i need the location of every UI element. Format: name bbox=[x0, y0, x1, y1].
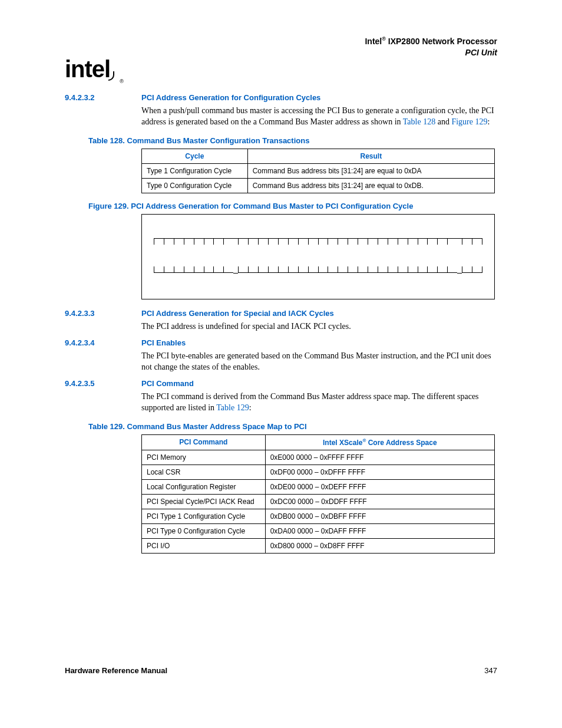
body-paragraph: When a push/pull command bus master is a… bbox=[141, 106, 497, 128]
table-129: PCI Command Intel XScale® Core Address S… bbox=[141, 434, 495, 554]
body-paragraph: The PCI address is undefined for special… bbox=[141, 321, 497, 332]
section-title: PCI Enables bbox=[141, 338, 186, 347]
table-row: PCI Type 0 Configuration Cycle0xDA00 000… bbox=[142, 523, 495, 538]
table-row: PCI I/O0xD800 0000 – 0xD8FF FFFF bbox=[142, 538, 495, 553]
section-title: PCI Address Generation for Configuration… bbox=[141, 93, 320, 102]
table-row: PCI Type 1 Configuration Cycle0xDB00 000… bbox=[142, 509, 495, 523]
figure-129-caption: Figure 129. PCI Address Generation for C… bbox=[88, 202, 497, 210]
bit-ruler-top bbox=[154, 238, 482, 245]
registered-mark: ® bbox=[382, 36, 386, 42]
page-header: Intel® IXP2800 Network Processor PCI Uni… bbox=[65, 35, 497, 58]
logo-text: intel bbox=[65, 56, 110, 82]
table-header: Intel XScale® Core Address Space bbox=[265, 434, 494, 450]
footer-title: Hardware Reference Manual bbox=[65, 666, 167, 675]
section-heading: 9.4.2.3.5 PCI Command bbox=[65, 379, 497, 388]
table-row: Type 0 Configuration Cycle Command Bus a… bbox=[142, 179, 495, 193]
section-title: PCI Address Generation for Special and I… bbox=[141, 309, 334, 318]
section-number: 9.4.2.3.5 bbox=[65, 379, 118, 388]
table-header: Cycle bbox=[142, 149, 248, 164]
section-number: 9.4.2.3.3 bbox=[65, 309, 118, 318]
section-heading: 9.4.2.3.3 PCI Address Generation for Spe… bbox=[65, 309, 497, 318]
figure-129 bbox=[141, 214, 495, 299]
section-heading: 9.4.2.3.2 PCI Address Generation for Con… bbox=[65, 93, 497, 102]
table-row: Local Configuration Register0xDE00 0000 … bbox=[142, 479, 495, 494]
logo-swoop-icon bbox=[108, 71, 114, 81]
table-128: Cycle Result Type 1 Configuration Cycle … bbox=[141, 149, 495, 193]
logo-reg: ® bbox=[120, 78, 124, 84]
brand-name: Intel bbox=[365, 37, 382, 46]
page-footer: Hardware Reference Manual 347 bbox=[65, 666, 497, 675]
product-name: IXP2800 Network Processor bbox=[386, 37, 497, 46]
table-row: Type 1 Configuration Cycle Command Bus a… bbox=[142, 164, 495, 179]
body-paragraph: The PCI byte-enables are generated based… bbox=[141, 351, 497, 373]
table-row: PCI Memory0xE000 0000 – 0xFFFF FFFF bbox=[142, 450, 495, 465]
table-row: PCI Special Cycle/PCI IACK Read0xDC00 00… bbox=[142, 494, 495, 509]
section-title: PCI Command bbox=[141, 379, 194, 388]
table-129-caption: Table 129. Command Bus Master Address Sp… bbox=[88, 422, 497, 431]
xref-figure-129[interactable]: Figure 129 bbox=[451, 117, 487, 126]
table-header: Result bbox=[247, 149, 494, 164]
unit-subtitle: PCI Unit bbox=[465, 48, 497, 57]
section-heading: 9.4.2.3.4 PCI Enables bbox=[65, 338, 497, 347]
section-number: 9.4.2.3.4 bbox=[65, 338, 118, 347]
xref-table-129[interactable]: Table 129 bbox=[216, 403, 249, 412]
intel-logo: intel® bbox=[65, 56, 120, 83]
section-number: 9.4.2.3.2 bbox=[65, 93, 118, 102]
table-row: Local CSR0xDF00 0000 – 0xDFFF FFFF bbox=[142, 465, 495, 479]
body-paragraph: The PCI command is derived from the Comm… bbox=[141, 391, 497, 414]
bit-ruler-bottom bbox=[154, 266, 482, 274]
table-128-caption: Table 128. Command Bus Master Configurat… bbox=[88, 136, 497, 145]
page-number: 347 bbox=[484, 666, 497, 675]
table-header: PCI Command bbox=[142, 434, 266, 450]
xref-table-128[interactable]: Table 128 bbox=[403, 117, 435, 126]
